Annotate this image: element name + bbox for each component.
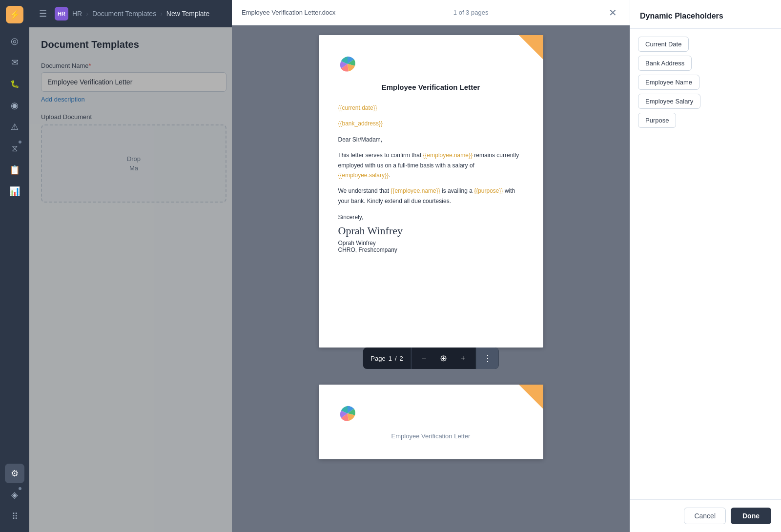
signer-name: Oprah Winfrey <box>338 240 524 246</box>
breadcrumb-doc-templates[interactable]: Document Templates <box>92 10 156 18</box>
circle-icon: ◎ <box>11 36 19 46</box>
breadcrumb-sep-2: › <box>160 10 163 18</box>
doc-preview-header: Employee Verification Letter.docx 1 of 3… <box>232 0 630 25</box>
placeholder-employee-name-1: {{employee.name}} <box>423 152 473 159</box>
placeholder-chip-bank-address[interactable]: Bank Address <box>638 56 692 71</box>
done-button[interactable]: Done <box>731 508 771 524</box>
greeting: Dear Sir/Madam, <box>338 135 524 144</box>
nav-item-7[interactable]: 📋 <box>5 160 24 180</box>
nav-item-1[interactable]: ◎ <box>5 31 24 51</box>
zoom-in-button[interactable]: + <box>456 351 470 365</box>
placeholder-employee-name-2: {{employee.name}} <box>390 187 440 194</box>
placeholder-current-date: {{current.date}} <box>338 104 377 111</box>
doc-page-2: Employee Verification Letter <box>319 385 543 459</box>
para-2: We understand that {{employee.name}} is … <box>338 186 524 206</box>
company-logo <box>338 55 524 75</box>
shield-icon: ◉ <box>11 100 19 111</box>
cancel-button[interactable]: Cancel <box>684 508 726 524</box>
menu-button[interactable]: ☰ <box>39 8 47 19</box>
zoom-fit-button[interactable]: ⊕ <box>437 351 451 365</box>
placeholders-title: Dynamic Placeholders <box>630 0 781 29</box>
avatar: HR <box>55 7 68 20</box>
placeholder-chip-employee-salary[interactable]: Employee Salary <box>638 94 700 109</box>
sincerely-section: Sincerely, Oprah Winfrey Oprah Winfrey C… <box>338 214 524 253</box>
page-section: Page 1 / 2 <box>363 348 411 369</box>
doc-page-1: Employee Verification Letter {{current.d… <box>319 35 543 348</box>
page-toolbar: Page 1 / 2 − ⊕ + ⋮ <box>363 348 498 369</box>
placeholders-footer: Cancel Done <box>630 499 781 532</box>
lightning-icon: ⚡ <box>9 9 20 20</box>
dot-indicator <box>19 487 21 490</box>
close-icon: ✕ <box>609 7 617 19</box>
sidebar: ⚡ ◎ ✉ 🐛 ◉ ⚠ ⧖ 📋 📊 ⚙ ◈ ⠿ <box>0 0 29 532</box>
nav-item-4[interactable]: ◉ <box>5 96 24 115</box>
page-corner-decoration-2 <box>519 385 543 409</box>
chart-icon: 📊 <box>9 186 20 197</box>
nav-item-2[interactable]: ✉ <box>5 53 24 72</box>
close-preview-button[interactable]: ✕ <box>606 6 620 20</box>
placeholders-panel: Dynamic Placeholders Current Date Bank A… <box>630 0 781 532</box>
placeholder-employee-salary: {{employee.salary}} <box>338 172 389 179</box>
placeholder-chip-employee-name[interactable]: Employee Name <box>638 75 699 90</box>
app-logo[interactable]: ⚡ <box>6 6 23 23</box>
zoom-out-button[interactable]: − <box>417 351 431 365</box>
page-label: Page <box>370 355 385 362</box>
para-1: This letter serves to confirm that {{emp… <box>338 150 524 180</box>
placeholders-list: Current Date Bank Address Employee Name … <box>630 29 781 499</box>
page-corner-decoration <box>519 35 543 60</box>
puzzle-icon: ◈ <box>11 490 18 500</box>
dot-indicator <box>19 141 21 143</box>
doc-filename: Employee Verification Letter.docx <box>242 9 335 16</box>
breadcrumb-new-template: New Template <box>166 10 209 18</box>
placeholder-bank-address: {{bank_address}} <box>338 120 383 127</box>
signature: Oprah Winfrey <box>338 225 524 237</box>
page-separator: / <box>395 355 397 362</box>
gear-icon: ⚙ <box>11 468 19 479</box>
more-icon: ⋮ <box>483 353 492 364</box>
grid-icon: ⠿ <box>12 511 18 522</box>
doc-preview-panel: Employee Verification Letter.docx 1 of 3… <box>232 0 630 532</box>
grid-nav[interactable]: ⠿ <box>5 507 24 526</box>
page2-title-partial: Employee Verification Letter <box>338 432 524 440</box>
placeholder-purpose: {{purpose}} <box>474 187 503 194</box>
toolbar-more-button[interactable]: ⋮ <box>476 348 499 369</box>
signer-title: CHRO, Freshcompany <box>338 246 524 253</box>
placeholder-chip-purpose[interactable]: Purpose <box>638 113 676 128</box>
breadcrumb-sep-1: › <box>86 10 88 18</box>
warning-icon: ⚠ <box>11 122 19 132</box>
doc-letter-title: Employee Verification Letter <box>338 83 524 91</box>
nav-item-6[interactable]: ⧖ <box>5 139 24 158</box>
placeholder-chip-current-date[interactable]: Current Date <box>638 37 689 52</box>
clipboard-icon: 📋 <box>9 164 20 175</box>
nav-item-5[interactable]: ⚠ <box>5 117 24 137</box>
total-pages: 2 <box>400 355 403 362</box>
layers-icon: ⧖ <box>12 143 18 154</box>
plugins-nav[interactable]: ◈ <box>5 485 24 505</box>
doc-scroll-area[interactable]: Employee Verification Letter {{current.d… <box>232 25 630 532</box>
zoom-controls: − ⊕ + <box>411 348 476 369</box>
mail-icon: ✉ <box>11 57 19 68</box>
nav-item-8[interactable]: 📊 <box>5 182 24 201</box>
current-page: 1 <box>389 355 392 362</box>
settings-nav[interactable]: ⚙ <box>5 464 24 483</box>
company-logo-2 <box>338 404 524 425</box>
nav-item-3[interactable]: 🐛 <box>5 74 24 94</box>
bug-icon: 🐛 <box>10 80 20 88</box>
doc-body: {{current.date}} {{bank_address}} Dear S… <box>338 103 524 206</box>
doc-pages: 1 of 3 pages <box>453 9 489 16</box>
breadcrumb-hr[interactable]: HR <box>72 10 82 18</box>
